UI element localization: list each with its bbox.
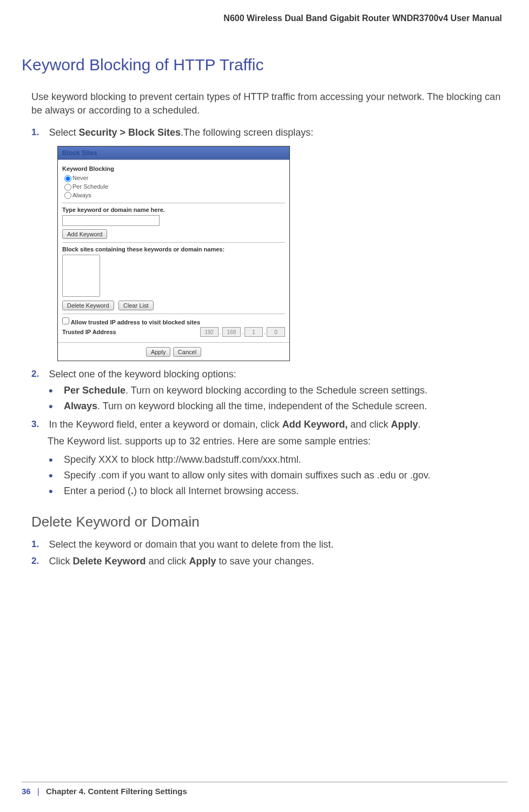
option-name: Per Schedule: [64, 385, 125, 396]
del2-pre: Click: [49, 556, 72, 567]
step-text: Select Security > Block Sites.The follow…: [49, 127, 313, 138]
keyword-input[interactable]: [62, 215, 160, 226]
radio-always-label: Always: [72, 192, 91, 198]
option-desc: . Turn on keyword blocking according to …: [125, 385, 427, 396]
step-number: 1.: [31, 127, 47, 138]
step1-menu-path: Security > Block Sites: [78, 127, 181, 138]
radio-never-row: Never: [64, 174, 285, 183]
step1-suffix: .The following screen displays:: [181, 127, 313, 138]
dot-icon: .: [264, 329, 266, 335]
cancel-button[interactable]: Cancel: [173, 347, 201, 357]
ip-octet-1[interactable]: [200, 327, 219, 337]
dot-icon: .: [220, 329, 221, 335]
example-period-post: ) to block all Internet browsing access.: [134, 485, 299, 496]
screenshot-title: Block Sites: [58, 147, 289, 160]
step-text: Select one of the keyword blocking optio…: [49, 369, 236, 380]
step-number: 3.: [31, 419, 47, 430]
step3-examples: Specify XXX to block http://www.badstuff…: [31, 452, 507, 498]
option-name: Always: [64, 401, 97, 411]
manual-header-title: N600 Wireless Dual Band Gigabit Router W…: [22, 0, 507, 56]
add-keyword-button[interactable]: Add Keyword: [62, 229, 107, 239]
trusted-section: Allow trusted IP address to visit blocke…: [62, 317, 285, 342]
ip-input-group: . . .: [200, 327, 285, 337]
step-2: 2. Select one of the keyword blocking op…: [31, 369, 507, 414]
step3-pre: In the Keyword field, enter a keyword or…: [49, 419, 282, 430]
radio-never[interactable]: [64, 175, 71, 182]
del2-apply: Apply: [189, 556, 216, 567]
delete-keyword-button[interactable]: Delete Keyword: [62, 301, 114, 310]
option-always: Always. Turn on keyword blocking all the…: [49, 399, 507, 414]
step-text: Select the keyword or domain that you wa…: [49, 539, 333, 550]
page-number: 36: [22, 787, 31, 796]
divider: [62, 314, 285, 314]
step-number: 1.: [31, 539, 47, 550]
type-keyword-label: Type keyword or domain name here.: [62, 207, 285, 213]
allow-trusted-checkbox[interactable]: [62, 317, 69, 324]
block-sites-screenshot: Block Sites Keyword Blocking Never Per S…: [57, 146, 290, 361]
ip-octet-2[interactable]: [222, 327, 241, 337]
divider: [62, 203, 285, 203]
keyword-blocking-radio-group: Never Per Schedule Always: [62, 174, 285, 199]
delete-step-2: 2. Click Delete Keyword and click Apply …: [31, 556, 507, 567]
page-footer: 36 | Chapter 4. Content Filtering Settin…: [22, 782, 507, 796]
clear-list-button[interactable]: Clear List: [118, 301, 153, 310]
step-number: 2.: [31, 369, 47, 380]
example-com: Specify .com if you want to allow only s…: [49, 468, 507, 483]
screenshot-footer-buttons: Apply Cancel: [58, 342, 289, 361]
step2-options: Per Schedule. Turn on keyword blocking a…: [31, 383, 507, 414]
page-heading: Keyword Blocking of HTTP Traffic: [22, 56, 507, 74]
block-sites-label: Block sites containing these keywords or…: [62, 246, 285, 252]
keyword-listbox[interactable]: [62, 255, 100, 297]
step-text: Click Delete Keyword and click Apply to …: [49, 556, 314, 567]
step3-mid: and click: [348, 419, 391, 430]
step-1: 1. Select Security > Block Sites.The fol…: [31, 127, 507, 361]
step3-continuation: The Keyword list. supports up to 32 entr…: [31, 435, 507, 448]
example-period-pre: Enter a period (: [64, 485, 131, 496]
chapter-label: Chapter 4. Content Filtering Settings: [46, 787, 187, 796]
del2-mid: and click: [146, 556, 189, 567]
ip-octet-4[interactable]: [267, 327, 285, 337]
delete-step-1: 1. Select the keyword or domain that you…: [31, 539, 507, 550]
instruction-steps: 1. Select Security > Block Sites.The fol…: [22, 127, 507, 498]
option-desc: . Turn on keyword blocking all the time,…: [97, 401, 427, 411]
del2-delete-keyword: Delete Keyword: [72, 556, 146, 567]
example-xxx: Specify XXX to block http://www.badstuff…: [49, 452, 507, 467]
allow-trusted-row: Allow trusted IP address to visit blocke…: [62, 317, 285, 325]
step-number: 2.: [31, 556, 47, 567]
radio-always-row: Always: [64, 191, 285, 200]
ip-octet-3[interactable]: [244, 327, 263, 337]
step-3: 3. In the Keyword field, enter a keyword…: [31, 419, 507, 498]
radio-per-schedule[interactable]: [64, 184, 71, 191]
del2-post: to save your changes.: [216, 556, 314, 567]
delete-steps: 1. Select the keyword or domain that you…: [22, 539, 507, 567]
divider: [62, 242, 285, 243]
delete-keyword-heading: Delete Keyword or Domain: [31, 514, 507, 530]
option-per-schedule: Per Schedule. Turn on keyword blocking a…: [49, 383, 507, 398]
apply-button[interactable]: Apply: [146, 347, 171, 357]
intro-paragraph: Use keyword blocking to prevent certain …: [22, 90, 507, 117]
radio-per-schedule-row: Per Schedule: [64, 183, 285, 191]
radio-per-schedule-label: Per Schedule: [72, 183, 108, 190]
example-period: Enter a period (.) to block all Internet…: [49, 484, 507, 498]
keyword-blocking-label: Keyword Blocking: [62, 165, 285, 172]
step3-post: .: [418, 419, 421, 430]
trusted-ip-label: Trusted IP Address: [62, 329, 116, 335]
radio-never-label: Never: [72, 175, 88, 181]
dot-icon: .: [242, 329, 243, 335]
allow-trusted-label: Allow trusted IP address to visit blocke…: [71, 319, 200, 325]
step-text: In the Keyword field, enter a keyword or…: [49, 419, 420, 430]
footer-divider: |: [37, 787, 39, 796]
radio-always[interactable]: [64, 192, 71, 199]
trusted-ip-row: Trusted IP Address . . .: [62, 327, 285, 337]
step1-prefix: Select: [49, 127, 78, 138]
list-button-row: Delete Keyword Clear List: [62, 300, 285, 310]
step3-add-keyword: Add Keyword,: [282, 419, 348, 430]
step3-apply: Apply: [391, 419, 418, 430]
